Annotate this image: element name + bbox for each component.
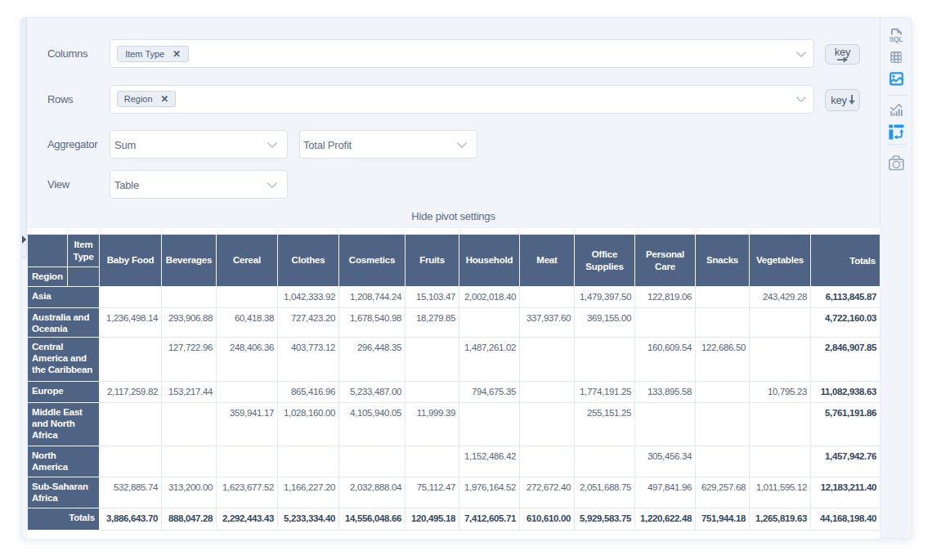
svg-text:SQL: SQL [889, 35, 903, 43]
